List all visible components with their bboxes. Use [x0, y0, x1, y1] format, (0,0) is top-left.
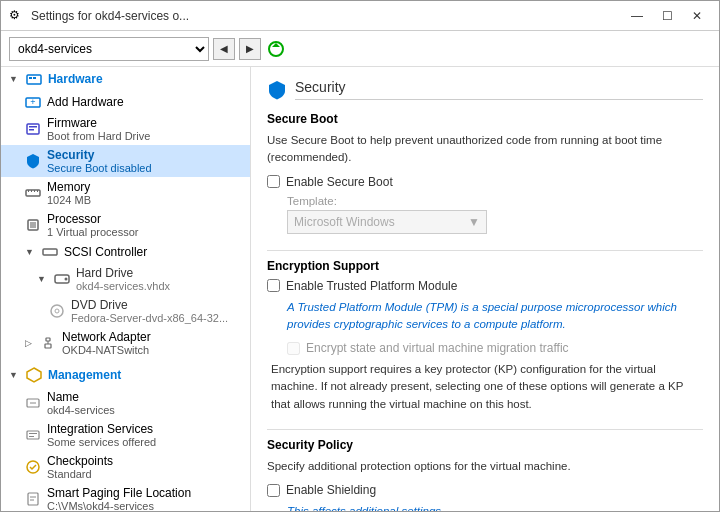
svg-rect-32	[28, 493, 38, 505]
enable-tpm-label[interactable]: Enable Trusted Platform Module	[286, 279, 457, 293]
hardware-expand-icon: ▼	[9, 74, 18, 84]
processor-label: Processor	[47, 212, 139, 226]
secure-boot-section: Secure Boot Use Secure Boot to help prev…	[267, 112, 703, 234]
name-sublabel: okd4-services	[47, 404, 115, 416]
processor-item[interactable]: Processor 1 Virtual processor	[1, 209, 250, 241]
security-label: Security	[47, 148, 152, 162]
settings-window: ⚙ Settings for okd4-services o... — ☐ ✕ …	[0, 0, 720, 512]
name-label: Name	[47, 390, 115, 404]
management-icon	[26, 367, 42, 383]
enable-shielding-checkbox[interactable]	[267, 484, 280, 497]
security-sublabel: Secure Boot disabled	[47, 162, 152, 174]
add-hardware-item[interactable]: + Add Hardware	[1, 91, 250, 113]
svg-rect-3	[29, 77, 32, 79]
hardware-section-label: Hardware	[48, 72, 103, 86]
encrypt-state-label: Encrypt state and virtual machine migrat…	[306, 341, 569, 355]
template-field: Template: Microsoft Windows ▼	[287, 195, 703, 234]
processor-sublabel: 1 Virtual processor	[47, 226, 139, 238]
dvd-drive-item[interactable]: DVD Drive Fedora-Server-dvd-x86_64-32...	[1, 295, 250, 327]
network-label: Network Adapter	[62, 330, 151, 344]
svg-rect-12	[31, 190, 32, 192]
template-field-label: Template:	[287, 195, 703, 207]
refresh-button[interactable]	[265, 38, 287, 60]
hardware-icon	[26, 71, 42, 87]
security-item[interactable]: Security Secure Boot disabled	[1, 145, 250, 177]
integration-label: Integration Services	[47, 422, 156, 436]
enable-tpm-checkbox[interactable]	[267, 279, 280, 292]
svg-point-21	[55, 309, 59, 313]
shielding-note: This affects additional settings.	[287, 503, 703, 511]
hdd-expand-icon: ▼	[37, 274, 46, 284]
vm-select[interactable]: okd4-services	[9, 37, 209, 61]
hard-drive-item[interactable]: ▼ Hard Drive okd4-services.vhdx	[1, 263, 250, 295]
encryption-section: Encryption Support Enable Trusted Platfo…	[267, 259, 703, 413]
minimize-button[interactable]: —	[623, 5, 651, 27]
firmware-item[interactable]: Firmware Boot from Hard Drive	[1, 113, 250, 145]
hard-drive-icon	[54, 271, 70, 287]
svg-point-20	[51, 305, 63, 317]
network-item[interactable]: ▷ Network Adapter OKD4-NATSwitch	[1, 327, 250, 359]
divider-2	[267, 429, 703, 430]
dvd-drive-label: DVD Drive	[71, 298, 228, 312]
add-hardware-icon: +	[25, 94, 41, 110]
svg-rect-16	[30, 222, 36, 228]
svg-rect-8	[29, 126, 37, 128]
divider-1	[267, 250, 703, 251]
svg-rect-17	[43, 249, 57, 255]
management-expand-icon: ▼	[9, 370, 18, 380]
enable-secure-boot-row: Enable Secure Boot	[267, 175, 703, 189]
tpm-info-text: A Trusted Platform Module (TPM) is a spe…	[287, 299, 703, 334]
encrypt-state-row: Encrypt state and virtual machine migrat…	[287, 341, 703, 355]
enable-secure-boot-label[interactable]: Enable Secure Boot	[286, 175, 393, 189]
hardware-section-header[interactable]: ▼ Hardware	[1, 67, 250, 91]
svg-rect-14	[37, 190, 38, 192]
management-section-header[interactable]: ▼ Management	[1, 363, 250, 387]
memory-item[interactable]: Memory 1024 MB	[1, 177, 250, 209]
enable-secure-boot-checkbox[interactable]	[267, 175, 280, 188]
section-title-icon	[267, 80, 287, 100]
toolbar: okd4-services ◀ ▶	[1, 31, 719, 67]
svg-rect-30	[29, 436, 34, 437]
section-title-row: Security	[267, 79, 703, 100]
management-section-label: Management	[48, 368, 121, 382]
checkpoints-icon	[25, 459, 41, 475]
dvd-drive-sublabel: Fedora-Server-dvd-x86_64-32...	[71, 312, 228, 324]
main-content: ▼ Hardware + Add Hardware	[1, 67, 719, 511]
encrypt-state-checkbox[interactable]	[287, 342, 300, 355]
svg-rect-29	[29, 433, 37, 434]
firmware-label: Firmware	[47, 116, 150, 130]
network-expand-icon: ▷	[25, 338, 32, 348]
svg-point-19	[64, 278, 67, 281]
integration-item[interactable]: Integration Services Some services offer…	[1, 419, 250, 451]
maximize-button[interactable]: ☐	[653, 5, 681, 27]
scsi-label: SCSI Controller	[64, 245, 147, 259]
security-policy-desc: Specify additional protection options fo…	[267, 458, 703, 475]
enable-shielding-row: Enable Shielding	[267, 483, 703, 497]
integration-sublabel: Some services offered	[47, 436, 156, 448]
smart-paging-icon	[25, 491, 41, 507]
title-bar: ⚙ Settings for okd4-services o... — ☐ ✕	[1, 1, 719, 31]
close-button[interactable]: ✕	[683, 5, 711, 27]
svg-rect-13	[34, 190, 35, 192]
svg-rect-28	[27, 431, 39, 439]
smart-paging-label: Smart Paging File Location	[47, 486, 191, 500]
add-hardware-label: Add Hardware	[47, 95, 124, 109]
dropdown-arrow-icon: ▼	[468, 215, 480, 229]
encryption-title: Encryption Support	[267, 259, 703, 273]
section-title-text: Security	[295, 79, 703, 100]
scsi-item[interactable]: ▼ SCSI Controller	[1, 241, 250, 263]
nav-back-button[interactable]: ◀	[213, 38, 235, 60]
scsi-icon	[42, 244, 58, 260]
svg-rect-4	[33, 77, 36, 79]
name-item[interactable]: Name okd4-services	[1, 387, 250, 419]
checkpoints-item[interactable]: Checkpoints Standard	[1, 451, 250, 483]
security-icon	[25, 153, 41, 169]
network-icon	[40, 335, 56, 351]
enable-shielding-label[interactable]: Enable Shielding	[286, 483, 376, 497]
svg-text:+: +	[30, 97, 35, 107]
smart-paging-item[interactable]: Smart Paging File Location C:\VMs\okd4-s…	[1, 483, 250, 511]
security-policy-title: Security Policy	[267, 438, 703, 452]
template-dropdown: Microsoft Windows ▼	[287, 210, 487, 234]
secure-boot-desc: Use Secure Boot to help prevent unauthor…	[267, 132, 703, 167]
nav-forward-button[interactable]: ▶	[239, 38, 261, 60]
